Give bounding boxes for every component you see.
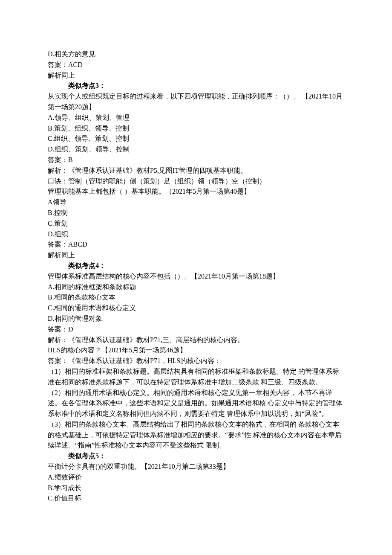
s3-q1-answer: 答案：B (48, 155, 344, 166)
s3-q2-c: C.策划 (48, 218, 344, 229)
s3-q1-c: C.组织、领导、策划、控制 (48, 134, 344, 144)
q0-answer: 答案：ACD (48, 60, 344, 70)
s4-q2-stem: HLS的核心内容？【2021年5月第一场第46题】 (48, 345, 344, 356)
s3-q1-explain: 解析：《管理体系认证基础》教材P5,见图IT管理的四项基本职能。 (48, 166, 344, 176)
s4-q1-c: C.相同的通用术语和核心定义 (48, 303, 344, 314)
s4-q2-p3: （3）相同的条款核心文本。高层结构给出了相同的条款核心文本的格式，在相同的 条款… (48, 419, 344, 451)
s3-q1-a: A.领导、组织、策划、管理 (48, 113, 344, 123)
section-5-heading: 类似考点5： (48, 451, 344, 462)
s4-q1-d: D.相同的管理对象 (48, 314, 344, 324)
s3-q1-stem: 从实现个人或组织既定目标的过程来看，以下四项管理职能，正确排列顺序：（）。 【2… (48, 91, 344, 113)
s4-q1-b: B.相同的条款核心文本 (48, 292, 344, 303)
s3-q1-mnemonic: 口诀：管制（管理的职能）侧（策划）足（组织）领（领导）空（控制） (48, 176, 344, 187)
s4-q2-p2: （2）相同的通用术语和核心定义。相同的通用术语和核心定义见第一章相关内容， 本节… (48, 388, 344, 419)
s5-q1-c: C.价值目标 (48, 493, 344, 504)
s3-q2-a: A领导 (48, 197, 344, 208)
s4-q1-a: A.相同的标准框架和条款标题 (48, 282, 344, 293)
section-4-heading: 类似考点4： (48, 261, 344, 271)
section-3-heading: 类似考点3： (48, 81, 344, 91)
s3-q2-answer: 答案：ABCD (48, 239, 344, 250)
s4-q1-answer: 答案：D (48, 324, 344, 335)
s4-q2-answer: 答案：《管理体系认证基础》教材P71，HLS的核心内容： (48, 356, 344, 366)
s4-q1-stem: 管理体系标准高层结构的核心内容不包括（）。【2021年10月第一场第18题】 (48, 271, 344, 282)
s3-q1-d: D.组织、策划、领导、控制 (48, 144, 344, 155)
s3-q2-b: B.控制 (48, 208, 344, 218)
s3-q2-stem: 管理职能基本上都包括（ ）基本职能。（2021年5月第一场第40题】 (48, 186, 344, 197)
s5-q1-stem: 平衡计分卡具有()的双重功能。【2021年10月第二场第33题】 (48, 462, 344, 472)
s3-q2-explain: 解析同上 (48, 250, 344, 261)
q0-option-d: D.相关方的意见 (48, 49, 344, 60)
s4-q1-explain: 解析：《管理体系认证基础》教材P71,三、高层结构的核心内容。 (48, 335, 344, 346)
q0-explain: 解析同上 (48, 70, 344, 81)
s3-q1-b: B.策划、组织、领导、控制 (48, 123, 344, 134)
s4-q2-p1: （1）相同的标准框架和条款标题。高层结构具有相同的标准框架和条款标题。特定 的管… (48, 366, 344, 388)
s3-q2-d: D.组织 (48, 229, 344, 240)
s5-q1-a: A.绩效评价 (48, 472, 344, 483)
s5-q1-b: B.学习成长 (48, 483, 344, 494)
